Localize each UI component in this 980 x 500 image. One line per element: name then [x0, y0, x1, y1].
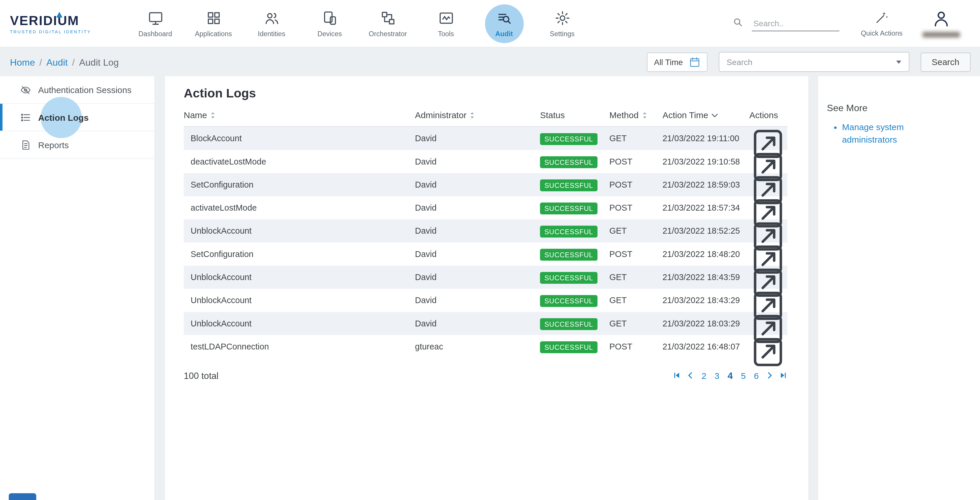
cell-action-time: 21/03/2022 18:03:29 [662, 319, 749, 328]
page-title: Action Logs [184, 86, 788, 100]
cell-method: GET [609, 319, 662, 328]
cell-administrator: David [415, 157, 540, 166]
breadcrumb: Home / Audit / Audit Log [10, 57, 119, 67]
manage-system-administrators-link[interactable]: Manage system administrators [842, 121, 908, 146]
breadcrumb-current: Audit Log [79, 57, 119, 67]
sidebar-item-label: Reports [38, 140, 69, 150]
see-more-title: See More [827, 102, 971, 113]
pagination-last-icon[interactable] [780, 371, 788, 379]
status-badge: SUCCESSFUL [540, 318, 597, 330]
nav-item-settings[interactable]: Settings [533, 0, 591, 47]
cell-name: UnblockAccount [184, 296, 415, 305]
pagination-page[interactable]: 5 [740, 371, 747, 381]
magic-wand-icon [874, 10, 889, 25]
quick-actions[interactable]: Quick Actions [861, 10, 902, 37]
table-row[interactable]: deactivateLostMode David SUCCESSFUL POST… [184, 150, 788, 173]
sidebar-item-reports[interactable]: Reports [0, 131, 154, 159]
partially-visible-widget[interactable] [9, 493, 36, 500]
calendar-icon [689, 56, 701, 68]
status-badge: SUCCESSFUL [540, 272, 597, 283]
table-row[interactable]: activateLostMode David SUCCESSFUL POST 2… [184, 196, 788, 220]
search-icon[interactable] [733, 17, 743, 27]
breadcrumb-home-link[interactable]: Home [10, 57, 35, 67]
cell-administrator: David [415, 272, 540, 282]
cell-administrator: David [415, 319, 540, 328]
status-badge: SUCCESSFUL [540, 225, 597, 237]
column-label: Name [184, 110, 207, 120]
table-row[interactable]: SetConfiguration David SUCCESSFUL POST 2… [184, 173, 788, 196]
nav-label: Settings [550, 30, 574, 37]
cell-administrator: David [415, 180, 540, 189]
nav-item-dashboard[interactable]: Dashboard [126, 0, 185, 47]
column-header-action-time[interactable]: Action Time [662, 110, 749, 120]
cell-name: UnblockAccount [184, 226, 415, 236]
filter-bar: All Time Search Search [647, 52, 970, 72]
table-row[interactable]: BlockAccount David SUCCESSFUL GET 21/03/… [184, 127, 788, 150]
cell-administrator: David [415, 203, 540, 212]
cell-status: SUCCESSFUL [540, 342, 609, 351]
sidebar-item-authentication-sessions[interactable]: Authentication Sessions [0, 76, 154, 104]
logo-triangle-icon [56, 12, 62, 18]
pagination-page-current[interactable]: 4 [726, 370, 734, 381]
sort-updown-icon [469, 111, 475, 119]
cell-action-time: 21/03/2022 18:59:03 [662, 180, 749, 189]
table-row[interactable]: UnblockAccount David SUCCESSFUL GET 21/0… [184, 266, 788, 289]
sidebar-item-action-logs[interactable]: Action Logs [0, 104, 154, 131]
cell-method: GET [609, 134, 662, 143]
cell-method: POST [609, 180, 662, 189]
nav-item-identities[interactable]: Identities [242, 0, 301, 47]
pagination-prev-icon[interactable] [687, 371, 695, 379]
global-search-input[interactable] [752, 16, 840, 31]
column-header-method[interactable]: Method [609, 110, 662, 120]
eye-off-icon [20, 84, 32, 96]
pagination-next-icon[interactable] [766, 371, 774, 379]
cell-name: UnblockAccount [184, 319, 415, 328]
pagination-page[interactable]: 3 [713, 371, 721, 381]
table-row[interactable]: UnblockAccount David SUCCESSFUL GET 21/0… [184, 220, 788, 242]
column-header-name[interactable]: Name [184, 110, 415, 120]
table-row[interactable]: UnblockAccount David SUCCESSFUL GET 21/0… [184, 289, 788, 312]
cell-method: POST [609, 157, 662, 166]
breadcrumb-audit-link[interactable]: Audit [46, 57, 68, 67]
search-filter-dropdown[interactable]: Search [719, 52, 909, 72]
chevron-down-icon [896, 61, 901, 64]
nav-item-orchestrator[interactable]: Orchestrator [359, 0, 417, 47]
document-icon [20, 139, 32, 151]
open-log-icon[interactable] [749, 332, 788, 371]
pagination-page[interactable]: 2 [700, 371, 708, 381]
nav-item-applications[interactable]: Applications [185, 0, 242, 47]
applications-icon [205, 10, 222, 26]
table-footer: 100 total 2 3 4 5 6 [184, 370, 788, 381]
list-item: • Manage system administrators [834, 121, 971, 146]
status-badge: SUCCESSFUL [540, 133, 597, 145]
pagination-first-icon[interactable] [673, 371, 681, 379]
cell-name: UnblockAccount [184, 272, 415, 282]
column-header-administrator[interactable]: Administrator [415, 110, 540, 120]
sort-desc-icon [711, 113, 718, 118]
nav-item-devices[interactable]: Devices [301, 0, 359, 47]
table-row[interactable]: UnblockAccount David SUCCESSFUL GET 21/0… [184, 312, 788, 335]
cell-method: GET [609, 272, 662, 282]
nav-label: Dashboard [138, 30, 172, 37]
cell-administrator: David [415, 249, 540, 259]
search-button[interactable]: Search [921, 52, 970, 72]
table-header: Name Administrator Status Method Action … [184, 110, 788, 127]
user-menu[interactable] [923, 10, 960, 37]
nav-label: Identities [258, 30, 285, 37]
time-range-button[interactable]: All Time [647, 52, 707, 72]
table-row[interactable]: SetConfiguration David SUCCESSFUL POST 2… [184, 242, 788, 266]
status-badge: SUCCESSFUL [540, 156, 597, 168]
cell-action-time: 21/03/2022 16:48:07 [662, 342, 749, 351]
cell-name: deactivateLostMode [184, 157, 415, 166]
cell-status: SUCCESSFUL [540, 296, 609, 305]
cell-action-time: 21/03/2022 18:43:59 [662, 272, 749, 282]
nav-item-audit[interactable]: Audit [475, 0, 533, 47]
search-filter-placeholder: Search [727, 57, 752, 67]
status-badge: SUCCESSFUL [540, 248, 597, 261]
cell-method: POST [609, 203, 662, 212]
pagination-page[interactable]: 6 [752, 371, 760, 381]
table-row[interactable]: testLDAPConnection gtureac SUCCESSFUL PO… [184, 335, 788, 358]
cell-status: SUCCESSFUL [540, 249, 609, 259]
veridium-logo[interactable]: VERIDIUM TRUSTED DIGITAL IDENTITY [10, 13, 115, 33]
nav-item-tools[interactable]: Tools [417, 0, 475, 47]
